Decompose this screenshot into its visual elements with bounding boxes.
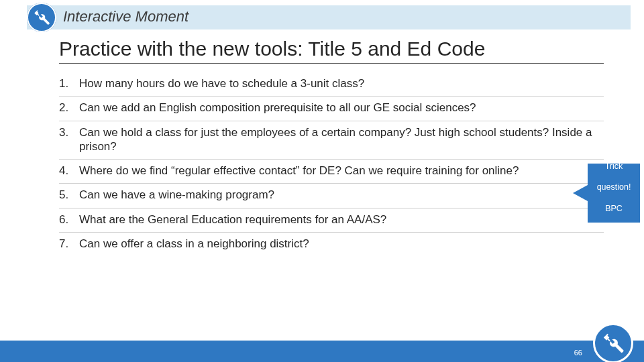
question-text: Can we offer a class in a neighboring di… <box>79 237 604 251</box>
slide: Interactive Moment Practice with the new… <box>0 0 644 362</box>
callout-trick-question: Trick question! BPC 25608! <box>588 164 640 223</box>
list-item: 7. Can we offer a class in a neighboring… <box>59 233 604 256</box>
tools-icon <box>593 323 633 362</box>
list-item: 3. Can we hold a class for just the empl… <box>59 121 604 160</box>
callout-line: question! <box>597 182 631 192</box>
question-text: What are the General Education requireme… <box>79 213 604 227</box>
page-title: Practice with the new tools: Title 5 and… <box>59 38 604 64</box>
tools-icon <box>27 3 56 32</box>
list-item: 6. What are the General Education requir… <box>59 208 604 233</box>
question-text: Can we hold a class for just the employe… <box>79 125 604 154</box>
page-number: 66 <box>574 349 582 357</box>
question-number: 3. <box>59 125 79 139</box>
question-number: 4. <box>59 164 79 178</box>
question-text: Can we add an English composition prereq… <box>79 101 604 115</box>
question-number: 7. <box>59 237 79 251</box>
list-item: 5. Can we have a wine-making program? <box>59 184 604 208</box>
list-item: 2. Can we add an English composition pre… <box>59 97 604 121</box>
question-text: Can we have a wine-making program? <box>79 188 604 202</box>
question-number: 6. <box>59 213 79 227</box>
question-number: 5. <box>59 188 79 202</box>
question-text: Where do we find “regular effective cont… <box>79 164 604 178</box>
list-item: 1. How many hours do we have to schedule… <box>59 72 604 97</box>
question-number: 2. <box>59 101 79 115</box>
question-number: 1. <box>59 76 79 90</box>
footer-bar <box>0 341 644 362</box>
question-text: How many hours do we have to schedule a … <box>79 76 604 90</box>
callout-line: 25608! <box>601 225 627 234</box>
section-title: Interactive Moment <box>63 8 189 25</box>
list-item: 4. Where do we find “regular effective c… <box>59 160 604 184</box>
callout-line: BPC <box>605 204 623 213</box>
question-list: 1. How many hours do we have to schedule… <box>59 72 604 256</box>
callout-line: Trick <box>605 162 623 171</box>
